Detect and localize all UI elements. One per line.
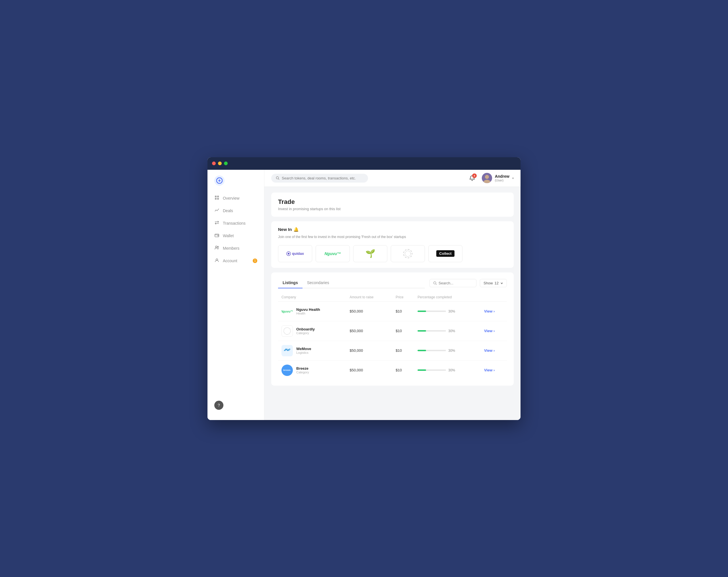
svg-rect-2 — [217, 196, 219, 197]
sidebar-nav: Overview Deals Tra — [207, 193, 264, 396]
progress-bar-bg — [417, 310, 446, 312]
tab-listings[interactable]: Listings — [278, 278, 303, 288]
notification-count: 4 — [472, 173, 477, 178]
company-cell: Onboardly Category — [278, 321, 346, 341]
table-row: Nguvu™ Nguvu Health Health $50,000 $10 3… — [278, 301, 507, 321]
view-button[interactable]: View › — [484, 368, 503, 372]
user-role: (User) — [495, 178, 510, 182]
sidebar-item-account[interactable]: Account 1 — [211, 255, 261, 267]
sidebar-item-wallet-label: Wallet — [223, 233, 234, 238]
listings-search-input[interactable] — [439, 281, 473, 285]
amount-cell: $50,000 — [346, 341, 392, 360]
price-cell: $10 — [392, 321, 414, 341]
show-select[interactable]: Show 12 — [480, 279, 507, 287]
company-category: Category — [296, 370, 309, 374]
col-amount: Amount to raise — [346, 293, 392, 302]
minimize-button[interactable] — [218, 162, 222, 165]
show-value: 12 — [495, 281, 499, 285]
show-label: Show — [484, 281, 493, 285]
progress-bar-fill — [417, 330, 426, 332]
company-logo-quidax[interactable]: quidax — [278, 245, 312, 262]
svg-rect-1 — [215, 196, 216, 197]
page-subtitle: Invest in promising startups on this lis… — [278, 207, 507, 211]
overview-icon — [214, 195, 219, 201]
price-cell: $10 — [392, 360, 414, 380]
user-details: Andrew (User) — [495, 174, 510, 182]
listings-table: Company Amount to raise Price Percentage… — [278, 293, 507, 380]
tab-secondaries[interactable]: Secondaries — [303, 278, 334, 288]
topbar: 4 Andrew (User) — [264, 170, 521, 187]
listings-search-box[interactable] — [430, 279, 476, 287]
sidebar-item-transactions[interactable]: Transactions — [211, 218, 261, 229]
sidebar-item-overview[interactable]: Overview — [211, 193, 261, 204]
chevron-down-icon: ▾ — [512, 176, 514, 180]
col-action — [481, 293, 507, 302]
progress-bar-bg — [417, 330, 446, 332]
company-category: Category — [296, 331, 315, 335]
deals-icon — [214, 208, 219, 214]
percentage-cell: 30% — [414, 301, 481, 321]
amount-cell: $50,000 — [346, 321, 392, 341]
collect-label: Collect — [436, 250, 454, 257]
progress-pct: 30% — [448, 368, 455, 372]
view-cell: View › — [481, 360, 507, 380]
view-button[interactable]: View › — [484, 309, 503, 313]
plant-emoji: 🌱 — [365, 249, 375, 258]
progress-bar-fill — [417, 310, 426, 312]
svg-line-11 — [278, 178, 279, 180]
amount-cell: $50,000 — [346, 301, 392, 321]
sidebar-logo — [207, 175, 264, 193]
new-in-card: New In 🔔 Join one of the first few to in… — [271, 221, 514, 268]
svg-point-13 — [485, 175, 489, 179]
search-box[interactable] — [271, 174, 368, 183]
sidebar-item-members-label: Members — [223, 246, 239, 250]
progress-bar-bg — [417, 350, 446, 351]
company-category: Health — [296, 312, 320, 315]
price-cell: $10 — [392, 341, 414, 360]
company-name: Breeze — [296, 366, 309, 370]
listings-search-icon — [433, 281, 437, 285]
sidebar-item-members[interactable]: Members — [211, 243, 261, 254]
col-price: Price — [392, 293, 414, 302]
view-button[interactable]: View › — [484, 348, 503, 353]
company-cell: Nguvu™ Nguvu Health Health — [278, 301, 346, 321]
content-area: Trade Invest in promising startups on th… — [264, 187, 521, 420]
show-chevron-icon — [500, 282, 503, 285]
sidebar-item-account-label: Account — [223, 258, 237, 263]
company-logo-collect[interactable]: Collect — [428, 245, 463, 262]
maximize-button[interactable] — [224, 162, 228, 165]
notifications-button[interactable]: 4 — [467, 173, 477, 183]
search-input[interactable] — [282, 176, 363, 180]
company-cell: breeze. Breeze Category — [278, 360, 346, 380]
company-name: Nguvu Health — [296, 307, 320, 312]
help-button[interactable]: ? — [214, 401, 224, 410]
wallet-icon — [214, 233, 219, 239]
account-icon — [214, 258, 219, 264]
user-info[interactable]: Andrew (User) ▾ — [482, 173, 514, 183]
company-logo-nguvu[interactable]: Nguvu™ — [316, 245, 350, 262]
percentage-cell: 30% — [414, 360, 481, 380]
progress-pct: 30% — [448, 349, 455, 353]
sidebar-item-deals[interactable]: Deals — [211, 205, 261, 216]
percentage-cell: 30% — [414, 321, 481, 341]
view-button[interactable]: View › — [484, 329, 503, 333]
svg-point-7 — [215, 246, 217, 248]
svg-line-19 — [436, 284, 437, 285]
progress-bar-fill — [417, 350, 426, 351]
close-button[interactable] — [212, 162, 216, 165]
company-logo-plant[interactable]: 🌱 — [353, 245, 387, 262]
sidebar-help: ? — [207, 396, 264, 414]
progress-bar-fill — [417, 369, 426, 371]
progress-pct: 30% — [448, 309, 455, 313]
sidebar-item-wallet[interactable]: Wallet — [211, 230, 261, 242]
new-in-subtitle: Join one of the first few to invest in t… — [278, 234, 507, 240]
user-avatar — [482, 173, 492, 183]
col-percentage: Percentage completed — [414, 293, 481, 302]
table-row: WeMove Logistics $50,000 $10 30% View › — [278, 341, 507, 360]
company-logo-onboardly[interactable] — [391, 245, 425, 262]
onboardly-circle-logo — [403, 249, 412, 258]
col-company: Company — [278, 293, 346, 302]
company-logos-row: quidax Nguvu™ 🌱 — [278, 245, 507, 262]
company-cell: WeMove Logistics — [278, 341, 346, 360]
transactions-icon — [214, 220, 219, 226]
